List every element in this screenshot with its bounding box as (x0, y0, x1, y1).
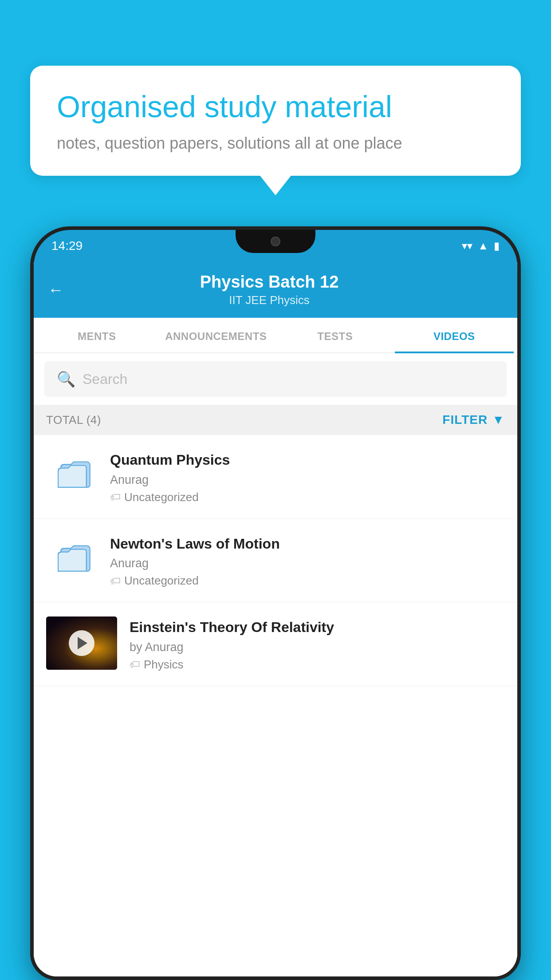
filter-label: FILTER (442, 413, 488, 427)
volume-up-button (30, 372, 32, 407)
back-button[interactable]: ← (48, 281, 64, 299)
tag-label: Uncategorized (124, 490, 199, 504)
video-info: Einstein's Theory Of Relativity by Anura… (130, 616, 505, 672)
signal-icon: ▲ (478, 240, 488, 252)
tag-label: Uncategorized (124, 574, 199, 588)
play-button[interactable] (69, 630, 94, 656)
video-title: Quantum Physics (110, 451, 505, 470)
list-item[interactable]: Einstein's Theory Of Relativity by Anura… (34, 602, 517, 686)
tab-videos[interactable]: VIDEOS (395, 318, 514, 352)
battery-icon: ▮ (494, 240, 500, 252)
wifi-icon: ▾▾ (462, 240, 472, 252)
header-title-section: Physics Batch 12 IIT JEE Physics (76, 273, 462, 307)
header-subtitle: IIT JEE Physics (76, 293, 462, 307)
bubble-title: Organised study material (57, 89, 494, 125)
header-subtitle-physics: Physics (270, 293, 310, 307)
list-item[interactable]: Quantum Physics Anurag 🏷 Uncategorized (34, 435, 517, 519)
status-icons: ▾▾ ▲ ▮ (462, 240, 500, 252)
video-author: Anurag (110, 473, 505, 487)
search-placeholder: Search (83, 371, 127, 387)
total-label: TOTAL (4) (46, 413, 101, 427)
search-icon: 🔍 (57, 370, 75, 388)
video-list: Quantum Physics Anurag 🏷 Uncategorized (34, 435, 517, 976)
video-info: Quantum Physics Anurag 🏷 Uncategorized (110, 449, 505, 504)
phone-frame: 14:29 ▾▾ ▲ ▮ ← Physics Batch 12 IIT JEE … (30, 226, 521, 980)
search-bar: 🔍 Search (34, 353, 517, 405)
volume-down-button (30, 416, 32, 452)
folder-icon (53, 449, 98, 494)
tab-tests[interactable]: TESTS (276, 318, 395, 352)
list-item[interactable]: Newton's Laws of Motion Anurag 🏷 Uncateg… (34, 519, 517, 603)
video-title: Einstein's Theory Of Relativity (130, 618, 505, 637)
filter-bar: TOTAL (4) FILTER ▼ (34, 405, 517, 435)
tabs: MENTS ANNOUNCEMENTS TESTS VIDEOS (34, 318, 517, 353)
header-title: Physics Batch 12 (76, 273, 462, 292)
play-icon (78, 637, 87, 649)
video-tag: 🏷 Uncategorized (110, 574, 505, 588)
header-subtitle-iitjee: IIT JEE (229, 293, 267, 307)
status-bar: 14:29 ▾▾ ▲ ▮ (34, 230, 517, 262)
power-button (519, 394, 521, 443)
video-author: Anurag (110, 557, 505, 570)
tag-icon: 🏷 (130, 658, 140, 671)
video-thumbnail (46, 616, 117, 670)
video-tag: 🏷 Physics (130, 658, 505, 672)
search-input-wrap[interactable]: 🔍 Search (44, 361, 507, 397)
video-author: by Anurag (130, 640, 505, 654)
video-title: Newton's Laws of Motion (110, 535, 505, 553)
folder-icon (53, 533, 98, 577)
filter-button[interactable]: FILTER ▼ (442, 413, 505, 427)
tab-announcements[interactable]: ANNOUNCEMENTS (157, 318, 276, 352)
video-tag: 🏷 Uncategorized (110, 490, 505, 504)
status-time: 14:29 (51, 239, 83, 253)
tab-ments[interactable]: MENTS (37, 318, 157, 352)
filter-icon: ▼ (492, 413, 505, 427)
video-info: Newton's Laws of Motion Anurag 🏷 Uncateg… (110, 533, 505, 588)
tag-icon: 🏷 (110, 491, 121, 503)
bubble-subtitle: notes, question papers, solutions all at… (57, 134, 494, 153)
screen: ← Physics Batch 12 IIT JEE Physics MENTS… (34, 262, 517, 976)
notch (236, 230, 315, 253)
app-header: ← Physics Batch 12 IIT JEE Physics (34, 262, 517, 318)
camera (271, 237, 280, 246)
tag-label: Physics (144, 658, 184, 672)
speech-bubble: Organised study material notes, question… (30, 66, 521, 176)
tag-icon: 🏷 (110, 575, 121, 587)
